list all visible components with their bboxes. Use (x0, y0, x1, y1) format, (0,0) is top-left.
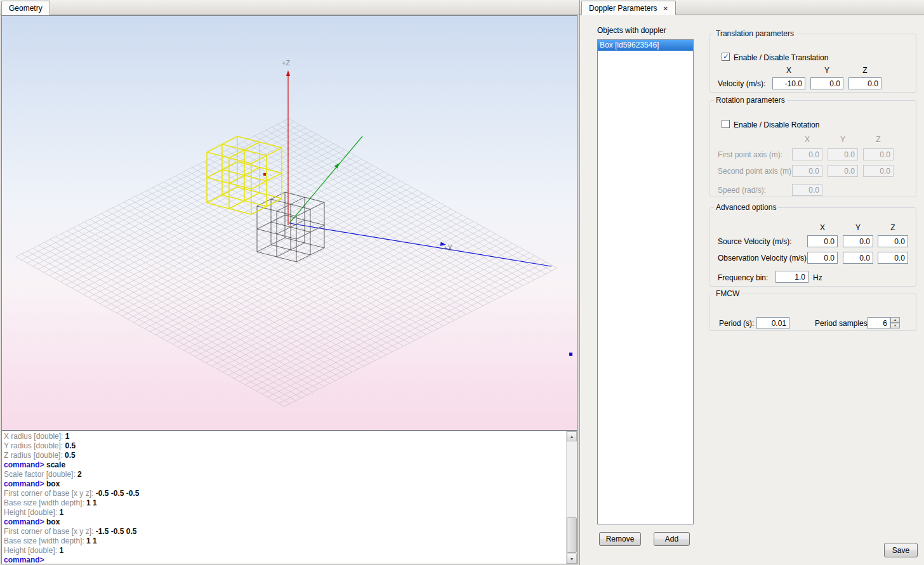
command-console[interactable]: X radius [double]: 1Y radius [double]: 0… (1, 431, 578, 564)
second-point-y-input (828, 165, 858, 177)
doppler-panel: Doppler Parameters✕ Objects with doppler… (579, 0, 924, 565)
console-line: Scale factor [double]: 2 (4, 470, 564, 479)
observation-velocity-y-input[interactable] (843, 252, 873, 264)
period-label: Period (s): (719, 319, 754, 328)
first-point-axis-label: First point axis (m): (718, 150, 782, 159)
frequency-bin-input[interactable] (776, 271, 808, 283)
tab-doppler-label: Doppler Parameters (589, 4, 657, 13)
source-velocity-label: Source Velocity (m/s): (718, 237, 792, 246)
add-button[interactable]: Add (654, 532, 690, 546)
spin-up-icon[interactable]: ▲ (890, 317, 900, 323)
right-tabbar: Doppler Parameters✕ (580, 0, 924, 15)
second-point-x-input (792, 165, 822, 177)
first-point-x-input (792, 148, 822, 160)
velocity-label: Velocity (m/s): (718, 79, 765, 88)
application-window: Geometry +Z +X X radius [double]: 1Y rad… (0, 0, 924, 565)
second-point-axis-label: Second point axis (m): (718, 167, 793, 176)
tab-doppler-parameters[interactable]: Doppler Parameters✕ (581, 1, 676, 15)
axis-header-x: X (772, 66, 805, 75)
remove-button[interactable]: Remove (599, 532, 641, 546)
group-title: FMCW (714, 289, 741, 298)
console-line: Y radius [double]: 0.5 (4, 441, 564, 451)
fmcw-group: FMCW Period (s): Period samples: ▲ ▼ (710, 289, 916, 331)
enable-translation-label: Enable / Disable Translation (734, 53, 828, 62)
tab-geometry[interactable]: Geometry (1, 1, 50, 15)
group-title: Translation parameters (714, 29, 796, 38)
advanced-options-group: Advanced options X Y Z Source Velocity (… (710, 203, 916, 287)
console-line: Height [double]: 1 (4, 546, 564, 555)
source-velocity-z-input[interactable] (878, 235, 908, 247)
source-velocity-y-input[interactable] (843, 235, 873, 247)
speed-input (792, 184, 822, 196)
period-samples-input[interactable] (868, 317, 890, 329)
axis-header-x: X (792, 135, 822, 144)
objects-list[interactable]: Box [id59623546] (597, 39, 694, 524)
velocity-y-input[interactable] (810, 77, 843, 89)
left-tabbar: Geometry (0, 0, 579, 15)
scroll-up-icon[interactable]: ▲ (567, 431, 577, 441)
console-scrollbar[interactable]: ▲ ▼ (566, 431, 577, 564)
first-point-z-input (863, 148, 894, 160)
first-point-y-input (828, 148, 858, 160)
frequency-bin-label: Frequency bin: (718, 273, 768, 282)
enable-translation-checkbox[interactable] (722, 53, 730, 61)
console-line: command> (4, 555, 564, 564)
spin-down-icon[interactable]: ▼ (890, 323, 900, 328)
z-axis-label: +Z (282, 59, 290, 67)
axis-header-x: X (807, 223, 838, 232)
group-title: Rotation parameters (714, 96, 787, 105)
axis-header-z: Z (863, 135, 894, 144)
period-samples-label: Period samples: (815, 319, 869, 328)
source-velocity-x-input[interactable] (807, 235, 838, 247)
observation-velocity-x-input[interactable] (807, 252, 838, 264)
period-input[interactable] (756, 317, 789, 329)
object-list-item[interactable]: Box [id59623546] (598, 40, 693, 51)
axis-header-y: Y (810, 66, 843, 75)
vertex-marker (263, 173, 266, 176)
console-line: Base size [width depth]: 1 1 (4, 536, 564, 546)
period-samples-spinner: ▲ ▼ (890, 317, 900, 329)
enable-rotation-checkbox[interactable] (722, 120, 730, 128)
console-line: Height [double]: 1 (4, 508, 564, 517)
console-output: X radius [double]: 1Y radius [double]: 0… (4, 432, 564, 564)
velocity-z-input[interactable] (848, 77, 881, 89)
observation-velocity-z-input[interactable] (878, 252, 908, 264)
axis-header-y: Y (843, 223, 873, 232)
scrollbar-thumb[interactable] (567, 517, 577, 553)
tab-geometry-label: Geometry (9, 4, 43, 13)
second-point-z-input (863, 165, 894, 177)
console-line: First corner of base [x y z]: -1.5 -0.5 … (4, 527, 564, 536)
translation-parameters-group: Translation parameters Enable / Disable … (710, 29, 916, 93)
axis-header-y: Y (828, 135, 858, 144)
rotation-parameters-group: Rotation parameters Enable / Disable Rot… (710, 96, 916, 197)
x-axis (289, 223, 551, 266)
x-axis-label: +X (444, 244, 452, 252)
group-title: Advanced options (714, 203, 778, 212)
console-line: First corner of base [x y z]: -0.5 -0.5 … (4, 489, 564, 498)
speed-label: Speed (rad/s): (718, 186, 766, 195)
velocity-x-input[interactable] (772, 77, 805, 89)
axis-header-z: Z (848, 66, 881, 75)
observation-velocity-label: Observation Velocity (m/s): (718, 254, 808, 263)
console-line: command> scale (4, 460, 564, 470)
3d-scene (2, 16, 577, 430)
console-line: Base size [width depth]: 1 1 (4, 498, 564, 508)
ground-grid (16, 119, 557, 406)
save-button[interactable]: Save (884, 543, 918, 557)
selection-marker (569, 353, 572, 356)
enable-rotation-label: Enable / Disable Rotation (734, 120, 819, 129)
console-line: X radius [double]: 1 (4, 432, 564, 441)
viewport-3d[interactable]: +Z +X (1, 15, 578, 431)
frequency-unit-label: Hz (813, 273, 822, 282)
console-line: command> box (4, 517, 564, 527)
objects-with-doppler-label: Objects with doppler (597, 26, 666, 35)
axis-header-z: Z (878, 223, 908, 232)
scroll-down-icon[interactable]: ▼ (567, 554, 577, 564)
close-icon[interactable]: ✕ (663, 5, 668, 12)
console-line: Z radius [double]: 0.5 (4, 451, 564, 460)
console-line: command> box (4, 479, 564, 489)
geometry-pane: Geometry +Z +X X radius [double]: 1Y rad… (0, 0, 579, 565)
